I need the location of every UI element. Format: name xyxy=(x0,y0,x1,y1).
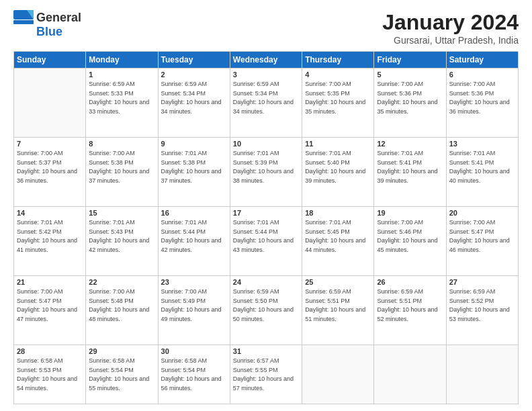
day-info: Sunrise: 6:58 AMSunset: 5:54 PMDaylight:… xyxy=(89,357,149,392)
day-number: 17 xyxy=(233,209,299,217)
col-monday: Monday xyxy=(86,52,158,68)
table-row: 4 Sunrise: 7:00 AMSunset: 5:35 PMDayligh… xyxy=(302,68,374,138)
day-info: Sunrise: 7:00 AMSunset: 5:38 PMDaylight:… xyxy=(89,150,149,184)
day-number: 9 xyxy=(161,140,227,148)
calendar-header-row: Sunday Monday Tuesday Wednesday Thursday… xyxy=(14,52,519,68)
page: General Blue January 2024 Gursarai, Utta… xyxy=(0,0,532,411)
table-row: 1 Sunrise: 6:59 AMSunset: 5:33 PMDayligh… xyxy=(86,68,158,138)
day-number: 22 xyxy=(89,278,154,286)
table-row: 31 Sunrise: 6:57 AMSunset: 5:55 PMDaylig… xyxy=(230,345,302,404)
day-number: 18 xyxy=(305,209,371,217)
table-row: 21 Sunrise: 7:00 AMSunset: 5:47 PMDaylig… xyxy=(14,276,86,345)
day-info: Sunrise: 6:58 AMSunset: 5:54 PMDaylight:… xyxy=(161,357,222,392)
table-row: 18 Sunrise: 7:01 AMSunset: 5:45 PMDaylig… xyxy=(302,207,374,276)
table-row: 25 Sunrise: 6:59 AMSunset: 5:51 PMDaylig… xyxy=(302,276,374,345)
day-number: 29 xyxy=(89,347,154,355)
svg-rect-2 xyxy=(13,20,34,24)
day-number: 25 xyxy=(305,278,371,286)
table-row: 12 Sunrise: 7:01 AMSunset: 5:41 PMDaylig… xyxy=(374,138,446,207)
logo-blue-text: Blue xyxy=(36,25,62,39)
table-row: 19 Sunrise: 7:00 AMSunset: 5:46 PMDaylig… xyxy=(374,207,446,276)
day-info: Sunrise: 6:59 AMSunset: 5:51 PMDaylight:… xyxy=(305,288,365,322)
table-row: 23 Sunrise: 7:00 AMSunset: 5:49 PMDaylig… xyxy=(158,276,230,345)
day-number: 21 xyxy=(17,278,83,286)
day-info: Sunrise: 7:00 AMSunset: 5:36 PMDaylight:… xyxy=(449,81,510,115)
table-row xyxy=(374,345,446,404)
table-row: 14 Sunrise: 7:01 AMSunset: 5:42 PMDaylig… xyxy=(14,207,86,276)
table-row xyxy=(14,68,86,138)
header: General Blue January 2024 Gursarai, Utta… xyxy=(13,10,519,46)
day-info: Sunrise: 7:01 AMSunset: 5:44 PMDaylight:… xyxy=(233,219,294,253)
day-info: Sunrise: 7:00 AMSunset: 5:47 PMDaylight:… xyxy=(17,288,77,322)
day-number: 30 xyxy=(161,347,227,355)
table-row: 8 Sunrise: 7:00 AMSunset: 5:38 PMDayligh… xyxy=(86,138,158,207)
day-info: Sunrise: 6:58 AMSunset: 5:53 PMDaylight:… xyxy=(17,357,77,392)
month-title: January 2024 xyxy=(382,10,519,35)
day-info: Sunrise: 7:01 AMSunset: 5:41 PMDaylight:… xyxy=(449,150,510,184)
day-info: Sunrise: 6:59 AMSunset: 5:52 PMDaylight:… xyxy=(449,288,510,322)
day-number: 24 xyxy=(233,278,299,286)
day-info: Sunrise: 7:00 AMSunset: 5:37 PMDaylight:… xyxy=(17,150,77,184)
logo: General Blue xyxy=(13,10,81,39)
day-info: Sunrise: 7:01 AMSunset: 5:39 PMDaylight:… xyxy=(233,150,294,184)
day-number: 14 xyxy=(17,209,83,217)
col-friday: Friday xyxy=(374,52,446,68)
day-number: 31 xyxy=(233,347,299,355)
table-row: 5 Sunrise: 7:00 AMSunset: 5:36 PMDayligh… xyxy=(374,68,446,138)
day-info: Sunrise: 6:59 AMSunset: 5:34 PMDaylight:… xyxy=(233,81,294,115)
day-info: Sunrise: 7:00 AMSunset: 5:36 PMDaylight:… xyxy=(377,81,437,115)
day-number: 20 xyxy=(449,209,515,217)
day-number: 3 xyxy=(233,71,299,79)
table-row: 9 Sunrise: 7:01 AMSunset: 5:38 PMDayligh… xyxy=(158,138,230,207)
day-number: 12 xyxy=(377,140,443,148)
day-info: Sunrise: 7:01 AMSunset: 5:45 PMDaylight:… xyxy=(305,219,365,253)
table-row: 22 Sunrise: 7:00 AMSunset: 5:48 PMDaylig… xyxy=(86,276,158,345)
table-row xyxy=(446,345,518,404)
table-row xyxy=(302,345,374,404)
day-info: Sunrise: 6:57 AMSunset: 5:55 PMDaylight:… xyxy=(233,357,294,392)
day-info: Sunrise: 6:59 AMSunset: 5:34 PMDaylight:… xyxy=(161,81,222,115)
table-row: 6 Sunrise: 7:00 AMSunset: 5:36 PMDayligh… xyxy=(446,68,518,138)
logo-general-text: General xyxy=(36,11,81,25)
day-number: 11 xyxy=(305,140,371,148)
logo-icon xyxy=(13,10,35,25)
table-row: 24 Sunrise: 6:59 AMSunset: 5:50 PMDaylig… xyxy=(230,276,302,345)
day-info: Sunrise: 6:59 AMSunset: 5:33 PMDaylight:… xyxy=(89,81,149,115)
day-info: Sunrise: 7:01 AMSunset: 5:43 PMDaylight:… xyxy=(89,219,149,253)
day-info: Sunrise: 7:00 AMSunset: 5:35 PMDaylight:… xyxy=(305,81,365,115)
day-info: Sunrise: 7:00 AMSunset: 5:47 PMDaylight:… xyxy=(449,219,510,253)
table-row: 30 Sunrise: 6:58 AMSunset: 5:54 PMDaylig… xyxy=(158,345,230,404)
table-row: 20 Sunrise: 7:00 AMSunset: 5:47 PMDaylig… xyxy=(446,207,518,276)
location: Gursarai, Uttar Pradesh, India xyxy=(382,35,519,46)
day-number: 19 xyxy=(377,209,443,217)
table-row: 16 Sunrise: 7:01 AMSunset: 5:44 PMDaylig… xyxy=(158,207,230,276)
table-row: 28 Sunrise: 6:58 AMSunset: 5:53 PMDaylig… xyxy=(14,345,86,404)
table-row: 10 Sunrise: 7:01 AMSunset: 5:39 PMDaylig… xyxy=(230,138,302,207)
day-number: 10 xyxy=(233,140,299,148)
day-info: Sunrise: 7:01 AMSunset: 5:40 PMDaylight:… xyxy=(305,150,365,184)
day-number: 27 xyxy=(449,278,515,286)
day-number: 23 xyxy=(161,278,227,286)
table-row: 27 Sunrise: 6:59 AMSunset: 5:52 PMDaylig… xyxy=(446,276,518,345)
day-number: 15 xyxy=(89,209,154,217)
col-tuesday: Tuesday xyxy=(158,52,230,68)
table-row: 13 Sunrise: 7:01 AMSunset: 5:41 PMDaylig… xyxy=(446,138,518,207)
col-saturday: Saturday xyxy=(446,52,518,68)
day-info: Sunrise: 7:00 AMSunset: 5:46 PMDaylight:… xyxy=(377,219,437,253)
day-number: 2 xyxy=(161,71,227,79)
day-number: 8 xyxy=(89,140,154,148)
day-number: 16 xyxy=(161,209,227,217)
day-number: 13 xyxy=(449,140,515,148)
day-info: Sunrise: 7:01 AMSunset: 5:44 PMDaylight:… xyxy=(161,219,222,253)
table-row: 3 Sunrise: 6:59 AMSunset: 5:34 PMDayligh… xyxy=(230,68,302,138)
table-row: 15 Sunrise: 7:01 AMSunset: 5:43 PMDaylig… xyxy=(86,207,158,276)
day-number: 6 xyxy=(449,71,515,79)
day-info: Sunrise: 6:59 AMSunset: 5:51 PMDaylight:… xyxy=(377,288,437,322)
table-row: 11 Sunrise: 7:01 AMSunset: 5:40 PMDaylig… xyxy=(302,138,374,207)
col-sunday: Sunday xyxy=(14,52,86,68)
day-number: 5 xyxy=(377,71,443,79)
col-thursday: Thursday xyxy=(302,52,374,68)
day-info: Sunrise: 7:00 AMSunset: 5:49 PMDaylight:… xyxy=(161,288,222,322)
calendar: Sunday Monday Tuesday Wednesday Thursday… xyxy=(13,51,519,404)
table-row: 17 Sunrise: 7:01 AMSunset: 5:44 PMDaylig… xyxy=(230,207,302,276)
